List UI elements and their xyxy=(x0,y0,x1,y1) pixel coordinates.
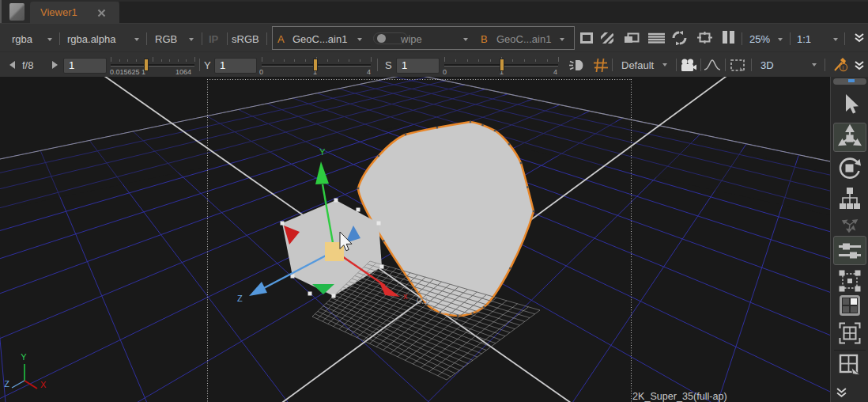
svg-text:2K_Super_35(full-ap): 2K_Super_35(full-ap) xyxy=(632,391,727,402)
svg-text:Z: Z xyxy=(237,294,243,303)
svg-text:Y: Y xyxy=(319,147,326,157)
svg-text:0.1: 0.1 xyxy=(417,296,428,305)
svg-text:Z: Z xyxy=(4,379,9,389)
svg-text:X: X xyxy=(40,380,47,389)
svg-text:x: x xyxy=(403,291,408,301)
svg-text:Y: Y xyxy=(21,352,27,362)
svg-text:i: i xyxy=(843,65,844,70)
